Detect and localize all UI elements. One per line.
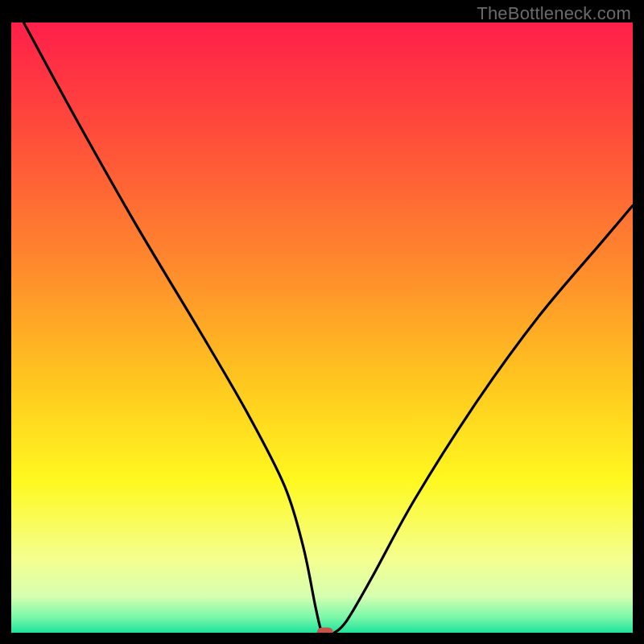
plot-area <box>11 23 633 633</box>
optimum-marker <box>317 628 333 634</box>
gradient-background <box>11 23 633 633</box>
chart-svg <box>11 23 633 633</box>
chart-frame: TheBottleneck.com <box>0 0 644 644</box>
watermark-label: TheBottleneck.com <box>477 3 631 24</box>
